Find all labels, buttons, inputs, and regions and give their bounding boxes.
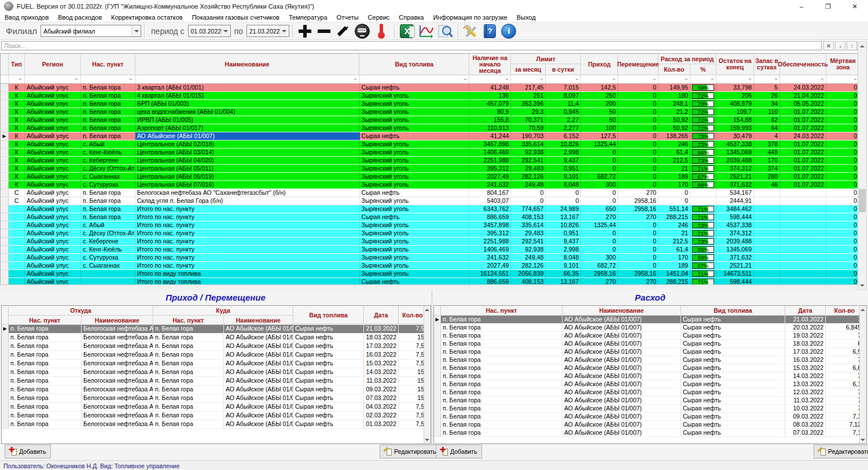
table-row[interactable]: ▶КАбыйский улусп. Белая гораАО Абыйское … [1,132,859,140]
table-row[interactable]: Абыйский улусс. СыаганнахИтого по нас. п… [1,262,859,270]
table-row[interactable]: п. Белая гораБелогоская нефтебаза АО "Са… [2,403,431,412]
search-prev-button[interactable]: ↑ [847,41,857,50]
chevron-down-icon[interactable] [131,25,141,36]
table-row[interactable]: п. Белая гораБелогоская нефтебаза АО "Са… [2,351,431,360]
filter-dropdown-icon[interactable] [683,76,689,82]
filial-combobox[interactable]: Абыйский филиал [41,25,141,37]
menu-item-ввод-расходов[interactable]: Ввод расходов [53,13,106,22]
table-row[interactable]: п. Белая гораБелогоская нефтебаза АО "Са… [2,412,431,420]
table-row[interactable]: п. Белая гораАО Абыйское (АБЫ 01/007)Сыр… [434,421,866,429]
income-edit-button[interactable]: Редактировать [380,445,442,458]
table-row[interactable]: п. Белая гораАО Абыйское (АБЫ 01/007)Сыр… [434,380,866,388]
column-header-from-settlement[interactable]: Нас. пункт [9,316,82,325]
menu-item-температура[interactable]: Температура [284,13,332,22]
filter-dropdown-icon[interactable] [503,76,510,82]
table-row[interactable]: КАбыйский улусп. Белая гора4 квартал (АБ… [1,92,859,100]
column-header-qty[interactable]: Кол-во [399,306,426,324]
search-clear-button[interactable]: ✕ [823,41,834,50]
column-header-qty[interactable]: Кол-во [826,306,863,316]
table-row[interactable]: п. Белая гораБелогоская нефтебаза АО "Са… [2,368,431,377]
table-row[interactable]: Абыйский улусИтого по виду топливаЗырянс… [1,270,859,278]
table-row[interactable]: п. Белая гораАО Абыйское (АБЫ 01/007)Сыр… [434,413,866,421]
menu-item-корректировка-остатков[interactable]: Корректировка остатков [106,13,187,22]
column-header-date[interactable]: Дата [785,306,826,316]
table-row[interactable]: САбыйский улусп. Белая гораБелогоская не… [1,189,859,197]
column-header-settlement[interactable]: Нас. пункт [81,54,135,75]
scroll-down-icon[interactable] [858,281,866,290]
column-header-limit-day[interactable]: в сутки [546,64,580,75]
remove-button[interactable] [315,23,334,39]
table-row[interactable]: КАбыйский улусс. Дёску (Оттох-Атах)Центр… [1,165,859,173]
table-row[interactable]: п. Белая гораАО Абыйское (АБЫ 01/007)Сыр… [434,372,866,380]
print-preview-button[interactable] [436,23,455,39]
filter-dropdown-icon[interactable] [17,76,24,82]
table-row[interactable]: КАбыйский улусп. Белая гораИРВП (АБЫ 01/… [1,116,859,124]
column-header-to-name[interactable]: Наименование [224,316,293,325]
column-header-end-balance[interactable]: Остаток на конец [716,54,754,75]
table-row[interactable]: КАбыйский улусс. Кенг-КюёльЦентральная (… [1,149,859,157]
menu-item-выход[interactable]: Выход [512,13,540,22]
filter-dropdown-icon[interactable] [773,76,779,82]
table-row[interactable]: Абыйский улусс. КебергенеИтого по нас. п… [1,238,859,246]
column-header-name[interactable]: Наименование [562,306,681,316]
column-header-limit-month[interactable]: за месяц [511,64,546,75]
column-header-to[interactable]: Куда [153,306,293,316]
column-header-expense-pct[interactable]: % [690,64,716,75]
table-row[interactable]: п. Белая гораАО Абыйское (АБЫ 01/007)Сыр… [434,405,866,413]
column-header-expense-qty[interactable]: Кол-во [659,64,690,75]
column-header-date[interactable]: Дата [364,306,399,324]
table-row[interactable]: Абыйский улусп. Белая гораИтого по нас. … [1,205,859,213]
table-row[interactable]: п. Белая гораАО Абыйское (АБЫ 01/007)Сыр… [434,397,866,405]
table-row[interactable]: Абыйский улусс. Дёску (Оттох-Атах)Итого … [1,230,859,238]
column-header-fuel[interactable]: Вид топлива [681,306,785,316]
vertical-scrollbar[interactable] [858,41,867,290]
column-header-movement[interactable]: Перемещение [618,54,659,75]
filter-dropdown-icon[interactable] [819,76,825,82]
table-row[interactable]: п. Белая гораБелогоская нефтебаза АО "Са… [2,386,431,394]
table-row[interactable]: ▶п. Белая гораБелогоская нефтебаза АО "С… [2,325,431,334]
add-button[interactable] [296,23,315,39]
column-header-from[interactable]: Откуда [9,306,153,316]
filter-dropdown-icon[interactable] [573,76,580,82]
table-row[interactable]: п. Белая гораАО Абыйское (АБЫ 01/007)Сыр… [434,356,866,364]
settings-button[interactable] [461,23,480,39]
chevron-down-icon[interactable] [279,25,289,36]
menu-item-справка[interactable]: Справка [394,13,428,22]
column-header-income[interactable]: Приход [581,54,618,75]
income-add-button[interactable]: ✚ Добавить [5,445,51,458]
table-row[interactable]: Абыйский улусп. Белая гораИтого по нас. … [1,213,859,221]
table-row[interactable]: КАбыйский улусп. Белая гора3 квартал (АБ… [1,84,859,92]
minimize-button[interactable]: – [788,0,815,13]
scroll-up-icon[interactable] [860,306,866,313]
table-row[interactable]: САбыйский улусп. Белая гораСклад угля п.… [1,197,859,205]
column-header-fuel[interactable]: Вид топлива [359,54,469,75]
vertical-scrollbar[interactable] [424,306,431,443]
filter-dropdown-icon[interactable] [462,76,468,82]
table-row[interactable]: ▶п. Белая гораАО Абыйское (АБЫ 01/007)Сы… [434,316,866,324]
column-header-dead-zone[interactable]: Мёртвая зона [826,54,859,75]
menu-item-сервис[interactable]: Сервис [363,13,395,22]
about-button[interactable]: i [499,23,518,39]
menu-item-показания-газовых-счетчиков[interactable]: Показания газовых счетчиков [187,13,284,22]
table-row[interactable]: Абыйский улусс. АбыйИтого по нас. пункту… [1,221,859,230]
restore-button[interactable]: ❐ [815,0,841,13]
column-header-name[interactable]: Наименование [135,54,360,75]
expense-edit-button[interactable]: Редактировать [814,445,868,458]
table-row[interactable]: п. Белая гораБелогоская нефтебаза АО "Са… [2,420,431,429]
table-row[interactable]: КАбыйский улусп. Белая гораБРП (АБЫ 01/0… [1,100,859,108]
chevron-down-icon[interactable] [221,25,230,36]
table-row[interactable]: п. Белая гораБелогоская нефтебаза АО "Са… [2,394,431,403]
filter-dropdown-icon[interactable] [651,76,657,82]
table-row[interactable]: п. Белая гораАО Абыйское (АБЫ 01/007)Сыр… [434,348,866,356]
scroll-up-icon[interactable] [858,42,866,50]
column-header-limit[interactable]: Лимит [511,54,580,64]
table-row[interactable]: п. Белая гораАО Абыйское (АБЫ 01/007)Сыр… [434,429,866,437]
expense-add-button[interactable]: ✚ Добавить [436,445,482,458]
temperature-button[interactable] [372,23,391,39]
table-row[interactable]: п. Белая гораАО Абыйское (АБЫ 01/007)Сыр… [434,340,866,348]
column-header-expense[interactable]: Расход за период [659,54,716,64]
filter-dropdown-icon[interactable] [538,76,545,82]
column-header-region[interactable]: Регион [25,54,81,75]
filter-dropdown-icon[interactable] [709,76,715,82]
help-button[interactable]: ? [480,23,499,39]
